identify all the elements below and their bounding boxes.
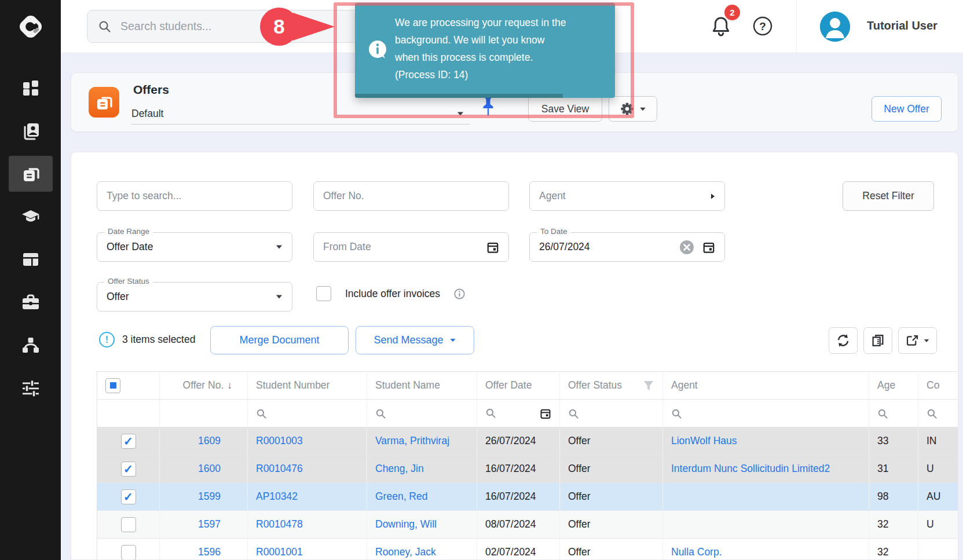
search-icon (256, 408, 267, 419)
cell-offer-status: Offer (560, 539, 663, 560)
filter-cell-student-name[interactable] (367, 400, 477, 427)
sidebar-item-offers[interactable] (9, 156, 53, 192)
row-select-cell[interactable] (97, 511, 160, 539)
table-row[interactable]: 1600R0010476Cheng, Jin16/07/2024OfferInt… (97, 455, 959, 483)
pin-view-button[interactable] (480, 96, 496, 124)
user-avatar[interactable] (820, 12, 850, 42)
filter-cell-offer-status[interactable] (560, 400, 663, 427)
sidebar-item-education[interactable] (9, 199, 53, 235)
view-selector-value: Default (131, 108, 163, 120)
row-select-cell[interactable] (97, 455, 160, 483)
new-offer-button[interactable]: New Offer (872, 96, 942, 122)
sidebar-item-briefcase[interactable] (9, 284, 53, 320)
cell-offer-no-link[interactable]: 1609 (198, 435, 221, 446)
sidebar-item-layout[interactable] (9, 241, 53, 277)
cell-student-number-link[interactable]: R0010478 (256, 518, 303, 530)
column-header-student-number[interactable]: Student Number (248, 372, 367, 400)
header-select-all[interactable] (97, 372, 160, 400)
column-header-offer-no[interactable]: Offer No.↓ (160, 372, 248, 400)
calendar-icon[interactable] (702, 241, 715, 254)
row-checkbox[interactable] (121, 545, 136, 560)
save-view-button[interactable]: Save View (528, 96, 602, 122)
copy-grid-button[interactable] (863, 327, 892, 354)
to-date-input[interactable]: To Date 26/07/2024 (529, 232, 725, 262)
topbar-divider (796, 0, 797, 53)
filter-cell-offer-date[interactable] (477, 400, 560, 427)
help-button[interactable]: ? (752, 16, 773, 36)
from-date-input[interactable]: From Date (313, 232, 509, 262)
filter-funnel-icon[interactable] (643, 380, 654, 391)
reset-filter-button[interactable]: Reset Filter (843, 181, 934, 211)
cell-offer-no-link[interactable]: 1600 (198, 463, 221, 474)
offer-status-select[interactable]: Offer Status Offer (97, 282, 292, 312)
calendar-icon[interactable] (540, 408, 551, 419)
sort-desc-icon: ↓ (227, 379, 232, 391)
view-selector[interactable]: Default (131, 104, 470, 125)
cell-offer-no-link[interactable]: 1597 (198, 518, 221, 530)
view-settings-button[interactable] (609, 96, 657, 122)
refresh-button[interactable] (829, 327, 858, 354)
table-row[interactable]: 1596R0001001Rooney, Jack02/07/2024OfferN… (97, 539, 959, 560)
cell-student-number-link[interactable]: R0010476 (256, 463, 303, 474)
filter-cell-offer-no[interactable] (160, 400, 248, 427)
info-tooltip-icon[interactable] (454, 288, 465, 299)
row-select-cell[interactable] (97, 427, 160, 455)
column-header-agent[interactable]: Agent (663, 372, 869, 400)
sidebar-item-network[interactable] (9, 327, 53, 363)
cell-student-name-link[interactable]: Green, Red (375, 491, 427, 502)
cell-agent-link[interactable]: LionWolf Haus (671, 435, 737, 446)
app-logo[interactable] (0, 0, 61, 53)
cell-student-number-link[interactable]: AP10342 (256, 491, 298, 502)
column-header-student-name[interactable]: Student Name (367, 372, 477, 400)
processing-toast[interactable]: We are processing your request in the ba… (355, 3, 615, 98)
column-header-country[interactable]: Co (918, 372, 959, 400)
clear-date-icon[interactable] (679, 240, 694, 255)
cell-offer-no: 1596 (160, 539, 248, 560)
offer-status-value: Offer (107, 291, 129, 303)
filter-cell-agent[interactable] (663, 400, 869, 427)
row-checkbox[interactable] (121, 462, 136, 477)
offer-no-placeholder: Offer No. (323, 190, 364, 202)
cell-agent-link[interactable]: Interdum Nunc Sollicitudin Limited2 (671, 463, 830, 474)
export-button[interactable] (898, 327, 937, 354)
include-invoices-checkbox[interactable] (316, 286, 331, 301)
filter-cell-country[interactable] (918, 400, 959, 427)
cell-student-name-link[interactable]: Cheng, Jin (375, 463, 424, 474)
row-select-cell[interactable] (97, 539, 160, 560)
sidebar-item-settings[interactable] (9, 370, 53, 406)
column-header-offer-date[interactable]: Offer Date (477, 372, 560, 400)
row-checkbox[interactable] (121, 489, 136, 504)
user-name[interactable]: Tutorial User (867, 19, 938, 32)
table-row[interactable]: 1597R0010478Downing, Will08/07/2024Offer… (97, 511, 959, 539)
send-message-button[interactable]: Send Message (356, 326, 474, 354)
row-checkbox[interactable] (121, 434, 136, 449)
table-row[interactable]: 1599AP10342Green, Red16/07/2024Offer98AU (97, 483, 959, 511)
cell-student-name-link[interactable]: Varma, Prithviraj (375, 435, 449, 446)
column-header-age[interactable]: Age (869, 372, 918, 400)
row-select-cell[interactable] (97, 483, 160, 511)
calendar-icon[interactable] (486, 241, 499, 254)
column-header-offer-status[interactable]: Offer Status (560, 372, 663, 400)
cell-student-number-link[interactable]: R0001003 (256, 435, 303, 446)
refresh-icon (836, 333, 851, 348)
cell-student-name-link[interactable]: Rooney, Jack (375, 546, 436, 558)
cell-agent-link[interactable]: Nulla Corp. (671, 546, 722, 558)
row-checkbox[interactable] (121, 517, 136, 532)
filter-cell-student-number[interactable] (248, 400, 367, 427)
merge-document-button[interactable]: Merge Document (210, 326, 349, 354)
new-offer-label: New Offer (884, 103, 929, 115)
table-row[interactable]: 1609R0001003Varma, Prithviraj26/07/2024O… (97, 427, 959, 455)
sidebar-item-contacts[interactable] (9, 113, 53, 149)
select-all-checkbox[interactable] (105, 378, 120, 393)
offer-no-input[interactable]: Offer No. (313, 181, 509, 211)
cell-offer-no-link[interactable]: 1599 (198, 491, 221, 502)
sidebar-item-dashboard[interactable] (9, 70, 53, 106)
filter-cell-age[interactable] (869, 400, 918, 427)
cell-student-name-link[interactable]: Downing, Will (375, 518, 437, 530)
cell-student-number-link[interactable]: R0001001 (256, 546, 303, 558)
cell-offer-no-link[interactable]: 1596 (198, 546, 221, 558)
agent-select[interactable]: Agent (529, 181, 725, 211)
date-range-select[interactable]: Date Range Offer Date (97, 232, 292, 262)
svg-text:?: ? (759, 20, 766, 32)
quick-search-input[interactable]: Type to search... (97, 181, 292, 211)
